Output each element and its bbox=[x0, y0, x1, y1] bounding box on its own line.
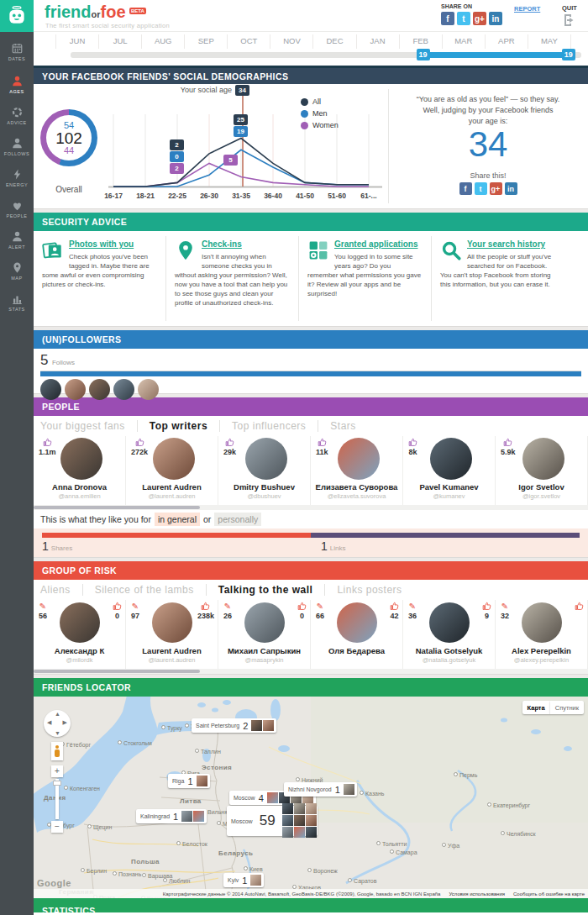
scrollbar-thumb[interactable] bbox=[34, 670, 200, 673]
range-end-handle[interactable]: 19 bbox=[562, 49, 575, 60]
avatar[interactable] bbox=[337, 602, 377, 643]
zoom-slider[interactable] bbox=[55, 779, 59, 819]
app-logo[interactable] bbox=[0, 0, 34, 32]
follower-avatar[interactable] bbox=[89, 379, 110, 400]
month-label[interactable]: OCT bbox=[228, 34, 270, 49]
sidebar-item-energy[interactable]: ENERGY bbox=[0, 162, 34, 193]
brand-logo[interactable]: friendorfoe BETA bbox=[45, 3, 146, 22]
report-map-error-link[interactable]: Сообщить об ошибке на карте bbox=[513, 891, 585, 897]
avatar[interactable] bbox=[244, 602, 285, 643]
linkedin-icon[interactable]: in bbox=[489, 12, 502, 25]
avatar[interactable] bbox=[338, 438, 380, 480]
people-tab[interactable]: Your biggest fans bbox=[40, 420, 137, 432]
map-type-satellite-button[interactable]: Спутник bbox=[550, 701, 584, 714]
follower-avatar[interactable] bbox=[138, 379, 159, 400]
person-card[interactable]: 11k Елизавета Суворова @elizaveta.suvoro… bbox=[311, 436, 403, 505]
risk-person-card[interactable]: ✎ 66 42 Оля Бедарева bbox=[311, 600, 403, 669]
people-scrollbar[interactable] bbox=[34, 505, 588, 510]
sidebar-item-people[interactable]: PEOPLE bbox=[0, 193, 34, 224]
risk-tab[interactable]: Silence of the lambs bbox=[82, 584, 206, 596]
risk-person-card[interactable]: ✎ 32 Alex Perepelkin @alexey.perepelkin bbox=[496, 600, 588, 669]
report-link[interactable]: REPORT bbox=[514, 5, 540, 13]
friend-location-marker[interactable]: Moscow 59 bbox=[227, 806, 318, 836]
twitter-icon[interactable]: t bbox=[475, 182, 487, 195]
zoom-out-button[interactable]: − bbox=[51, 821, 63, 833]
risk-tab[interactable]: Talking to the wall bbox=[206, 584, 325, 596]
avatar[interactable] bbox=[153, 438, 195, 480]
month-label[interactable]: NOV bbox=[270, 34, 313, 49]
risk-scrollbar[interactable] bbox=[34, 669, 588, 674]
month-label[interactable]: AUG bbox=[142, 34, 185, 49]
friend-location-marker[interactable]: Kaliningrad 1 bbox=[136, 809, 207, 823]
street-view-pegman[interactable] bbox=[51, 742, 63, 760]
range-start-handle[interactable]: 19 bbox=[417, 49, 430, 60]
exit-icon[interactable] bbox=[561, 12, 578, 29]
personally-toggle[interactable]: personally bbox=[214, 513, 261, 526]
avatar[interactable] bbox=[522, 438, 564, 480]
avatar[interactable] bbox=[152, 602, 192, 643]
timeline-selected-range[interactable] bbox=[423, 52, 569, 58]
avatar[interactable] bbox=[522, 602, 562, 643]
person-card[interactable]: 29k Dmitry Bushuev @dbushuev bbox=[218, 436, 311, 505]
quit-button[interactable]: QUIT bbox=[562, 4, 577, 12]
friends-locator-map[interactable]: ТуркуХельсинкиСтокгольмТаллинЭстонияРига… bbox=[34, 697, 588, 898]
risk-tab[interactable]: Links posters bbox=[324, 584, 413, 596]
friend-location-marker[interactable]: Riga 1 bbox=[168, 774, 210, 788]
people-tab[interactable]: Top influencers bbox=[219, 420, 318, 432]
follower-avatar[interactable] bbox=[65, 379, 86, 400]
sidebar-item-map[interactable]: MAP bbox=[0, 255, 34, 287]
avatar[interactable] bbox=[245, 438, 287, 480]
month-label[interactable]: FEB bbox=[400, 34, 443, 49]
risk-person-card[interactable]: ✎ 56 0 Александр К @milordk bbox=[34, 600, 126, 669]
zoom-slider-thumb[interactable] bbox=[53, 781, 61, 786]
risk-person-card[interactable]: ✎ 36 9 Natalia Gotselyuk @natalia.gotsel… bbox=[403, 600, 496, 669]
avatar[interactable] bbox=[429, 602, 470, 643]
facebook-icon[interactable]: f bbox=[441, 12, 454, 25]
month-label[interactable]: DEC bbox=[313, 34, 356, 49]
in-general-toggle[interactable]: in general bbox=[155, 513, 200, 526]
sidebar-item-alert[interactable]: ALERT bbox=[0, 224, 34, 255]
sidebar-item-stats[interactable]: STATS bbox=[0, 287, 34, 318]
month-label[interactable]: APR bbox=[486, 34, 528, 49]
twitter-icon[interactable]: t bbox=[457, 12, 470, 25]
follower-avatar[interactable] bbox=[113, 379, 134, 400]
sidebar-item-advice[interactable]: ADVICE bbox=[0, 100, 34, 131]
friend-location-marker[interactable]: Saint Petersburg 2 bbox=[192, 718, 276, 733]
google-plus-icon[interactable]: g+ bbox=[490, 182, 502, 195]
timeline-slider-track[interactable]: 19 19 bbox=[71, 52, 581, 58]
month-label[interactable]: JAN bbox=[357, 34, 400, 49]
person-card[interactable]: 272k Laurent Audren @laurent.audren bbox=[126, 436, 218, 505]
person-card[interactable]: 1.1m Anna Dronova @anna.emilien bbox=[34, 436, 126, 505]
sidebar-item-dates[interactable]: DATES bbox=[0, 34, 34, 69]
people-tab[interactable]: Top writers bbox=[137, 420, 219, 432]
map-pan-control[interactable]: ▲▼◀▶ bbox=[44, 710, 71, 737]
shares-links-bar bbox=[42, 533, 580, 538]
month-label[interactable]: MAR bbox=[443, 34, 486, 49]
risk-person-card[interactable]: ✎ 26 0 Михаил Сапрыкин @masaprykin bbox=[218, 600, 311, 669]
terms-link[interactable]: Условия использования bbox=[449, 891, 505, 897]
google-plus-icon[interactable]: g+ bbox=[473, 12, 486, 25]
zoom-in-button[interactable]: + bbox=[51, 765, 63, 777]
risk-person-card[interactable]: ✎ 97 238k Laurent Audren @laurent.audren bbox=[126, 600, 218, 669]
month-label[interactable]: MAY bbox=[528, 34, 571, 49]
person-name: Оля Бедарева bbox=[311, 646, 402, 655]
facebook-icon[interactable]: f bbox=[459, 182, 472, 195]
scrollbar-thumb[interactable] bbox=[34, 506, 200, 509]
sidebar-item-ages[interactable]: AGES bbox=[0, 69, 34, 100]
person-card[interactable]: 8k Pavel Kumanev @kumanev bbox=[403, 436, 496, 505]
people-tab[interactable]: Stars bbox=[318, 420, 368, 432]
month-label[interactable]: JUN bbox=[55, 34, 99, 49]
linkedin-icon[interactable]: in bbox=[505, 182, 517, 195]
month-label[interactable]: JUL bbox=[99, 34, 142, 49]
avatar[interactable] bbox=[430, 438, 472, 480]
person-card[interactable]: 5.9k Igor Svetlov @igor.svetlov bbox=[496, 436, 588, 505]
risk-tab[interactable]: Aliens bbox=[40, 584, 82, 596]
avatar[interactable] bbox=[60, 602, 100, 643]
follower-avatar[interactable] bbox=[40, 379, 61, 400]
map-type-map-button[interactable]: Карта bbox=[522, 701, 550, 714]
avatar[interactable] bbox=[60, 438, 102, 480]
month-label[interactable]: SEP bbox=[185, 34, 228, 49]
friend-location-marker[interactable]: Nizhni Novgorod 1 bbox=[284, 782, 357, 797]
friend-location-marker[interactable]: Kyiv 1 bbox=[223, 873, 264, 887]
sidebar-item-follows[interactable]: FOLLOWS bbox=[0, 131, 34, 162]
